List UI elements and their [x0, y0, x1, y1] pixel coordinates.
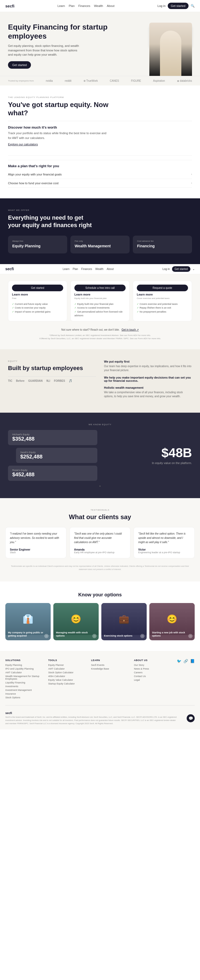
footer-ipo[interactable]: IPO and Liquidity Planning — [5, 667, 43, 670]
test-card-1-name: Senior Engineer — [10, 548, 62, 551]
facebook-icon[interactable]: 📘 — [190, 659, 195, 663]
talk-link[interactable]: Get in touch ↗ — [122, 328, 139, 331]
equity-card-rosie-amount: $452,488 — [12, 471, 93, 477]
built-section: EQUITY Built by startup employees TIC Be… — [0, 349, 200, 413]
footer-legal[interactable]: Legal — [134, 679, 171, 681]
action-section: Get started Learn more Free Current and … — [0, 274, 200, 350]
get-started-button[interactable]: Get started — [168, 3, 189, 9]
know-card-4-img: 😊 — [149, 603, 195, 635]
equity-cards: Michael's Equity $352,488 Sarah's Equity… — [8, 430, 97, 481]
footer-equity-planner[interactable]: Equity Planner — [48, 664, 86, 667]
logo-figure: FIGURE — [131, 80, 141, 82]
know-card-1-label: My company is going public or getting ac… — [8, 631, 48, 637]
hero-right: Exercise details Estimated costs $538,24… — [133, 22, 192, 76]
built-right: We put equity first Our team has deep ex… — [104, 360, 192, 402]
press-9li: 9LI — [46, 379, 50, 382]
footer-liquidity[interactable]: Liquidity Financing — [5, 681, 43, 684]
explore-link[interactable]: Explore our calculators — [8, 143, 192, 146]
get-started-action-button[interactable]: Get started — [12, 285, 63, 291]
logo-reddit: reddit — [65, 80, 72, 82]
login-button[interactable]: Log in — [158, 4, 166, 8]
test-card-1-role: Slack — [10, 551, 62, 554]
footer-col-tools: TOOLS Equity Planner AMT Calculator Stoc… — [48, 659, 86, 700]
chat-button[interactable]: 💬 — [187, 714, 195, 722]
startup-title: You've got startup equity. Now what? — [8, 101, 115, 117]
logo-databricks: ◈ databricks — [177, 80, 192, 82]
schedule-call-button[interactable]: Schedule a free intro call — [74, 285, 126, 291]
nav2-logo[interactable]: secfi — [5, 267, 14, 271]
nav2-link-finances[interactable]: Finances — [82, 267, 92, 270]
footer-equity-value[interactable]: Equity Value Calculator — [48, 679, 86, 681]
nav2-chevron-icon[interactable]: ⌄ — [192, 267, 195, 270]
footer-equity-planning[interactable]: Equity Planning — [5, 664, 43, 667]
test-card-3-quote: "Secfi felt like the safest option. Ther… — [138, 532, 190, 544]
footer-amt[interactable]: AMT Calculator — [5, 671, 43, 674]
hero-cta-button[interactable]: Get started — [8, 61, 31, 69]
equity-card-sarah-name: Sarah's Equity — [20, 451, 93, 453]
press-tic: TIC — [8, 379, 12, 382]
nav2-link-wealth[interactable]: Wealth — [95, 267, 104, 270]
plan-title: Make a plan that's right for you — [8, 164, 192, 168]
know-card-1[interactable]: 👔 My company is going public or getting … — [5, 603, 51, 640]
equity-card-sarah: Sarah's Equity $252,488 — [16, 448, 97, 463]
action-planning-items: Current and future equity value Costs to… — [12, 302, 63, 313]
footer-stock-calc[interactable]: Stock Option Calculator — [48, 671, 86, 674]
footer-wealth[interactable]: Wealth Management for Startup Employees — [5, 675, 43, 680]
nav2-link-about[interactable]: About — [107, 267, 114, 270]
footer-story[interactable]: Our Story — [134, 664, 171, 667]
nav-link-plan[interactable]: Plan — [69, 4, 75, 8]
action-card-financing: Request a quote Learn more Cover exercis… — [133, 281, 192, 321]
built-feature-1-title: We put equity first — [104, 360, 192, 363]
nav2-links: Learn Plan Finances Wealth About — [62, 267, 114, 270]
know-card-2-arrow: › — [92, 634, 96, 638]
footer-insurance[interactable]: Insurance — [5, 692, 43, 695]
action-card-planning: Get started Learn more Free Current and … — [8, 281, 67, 321]
footer-news[interactable]: News & Press — [134, 667, 171, 670]
plan-option-1[interactable]: Align your equity with your financial go… — [8, 170, 192, 179]
test-card-2-quote: "Secfi was one of the only places I coul… — [74, 532, 126, 544]
search-icon[interactable]: 🔍 — [190, 4, 195, 8]
built-feature-2: We help you make important equity decisi… — [104, 376, 192, 382]
footer-startup-equity[interactable]: Startup Equity Calculator — [48, 682, 86, 685]
footer-investments[interactable]: Investments — [5, 685, 43, 688]
nav2-link-plan[interactable]: Plan — [73, 267, 78, 270]
nav-link-about[interactable]: About — [107, 4, 114, 8]
plan-option-2[interactable]: Choose how to fund your exercise cost › — [8, 179, 192, 188]
footer-investment-mgmt[interactable]: Investment Management — [5, 689, 43, 691]
footer-events[interactable]: Secfi Events — [91, 664, 129, 667]
test-tag: TESTIMONIALS — [5, 509, 195, 511]
request-quote-button[interactable]: Request a quote — [137, 285, 188, 291]
footer-stock-options[interactable]: Stock Options — [5, 696, 43, 699]
nav-link-wealth[interactable]: Wealth — [94, 4, 103, 8]
footer-409a[interactable]: 409A Calculator — [48, 675, 86, 678]
know-card-3[interactable]: 💼 Exercising stock options › — [101, 603, 147, 640]
know-card-4[interactable]: 😊 Starting a new job with stock options … — [149, 603, 195, 640]
secondary-nav: secfi Learn Plan Finances Wealth About L… — [0, 264, 200, 274]
nav2-get-started-button[interactable]: Get started — [172, 266, 190, 272]
not-sure-bar: Not sure where to start? Reach out, we d… — [8, 326, 192, 334]
footer-contact[interactable]: Contact Us — [134, 675, 171, 678]
linkedin-icon[interactable]: 🔗 — [184, 659, 188, 663]
nav2-login-button[interactable]: Log in — [162, 267, 170, 270]
startup-desc: Track your portfolio and its status whil… — [8, 131, 109, 140]
nav-links: Learn Plan Finances Wealth About — [58, 4, 115, 8]
action-wealth-items: Equity built into your financial plan Ac… — [74, 302, 126, 318]
footer-careers[interactable]: Careers — [134, 671, 171, 674]
know-card-3-arrow: › — [140, 634, 144, 638]
test-card-3-role: Engineering leader at a pre-IPO startup — [138, 551, 190, 554]
nav-logo[interactable]: secfi — [5, 4, 14, 8]
nav-link-finances[interactable]: Finances — [78, 4, 90, 8]
footer-legal-text: Secfi is the brand and trademark of Secf… — [5, 716, 179, 725]
footer-knowledge[interactable]: Knowledge Base — [91, 667, 129, 670]
nav-link-learn[interactable]: Learn — [58, 4, 65, 8]
nav2-link-learn[interactable]: Learn — [62, 267, 70, 270]
know-card-2[interactable]: 😊 Managing wealth with stock options › — [53, 603, 99, 640]
press-music: 🎵 — [69, 379, 72, 382]
twitter-icon[interactable]: 🐦 — [177, 659, 181, 663]
nav2-right: Log in Get started ⌄ — [162, 266, 195, 272]
hero-title: Equity Financing for startup employees — [8, 22, 128, 40]
footer-amt-calc[interactable]: AMT Calculator — [48, 667, 86, 670]
action-planning-sub: Free — [12, 297, 63, 299]
footer-brand: secfi — [5, 711, 179, 714]
testimonials-section: TESTIMONIALS What our clients say "I rea… — [0, 498, 200, 581]
